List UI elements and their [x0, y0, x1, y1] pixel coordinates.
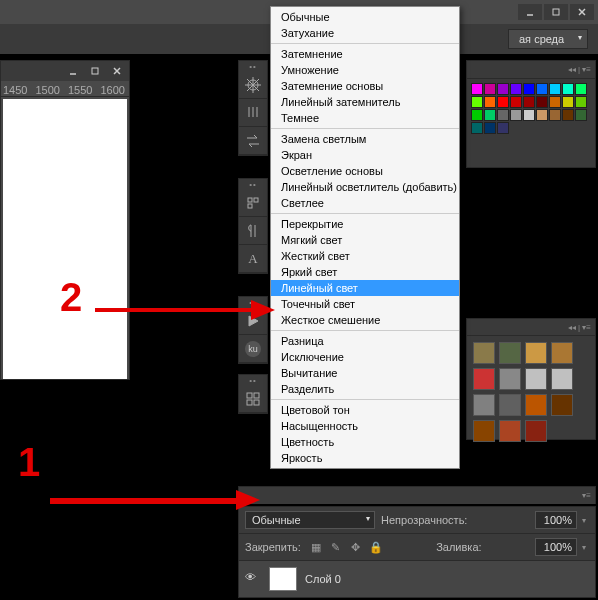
color-swatch[interactable] [484, 109, 496, 121]
close-button[interactable] [570, 4, 594, 20]
blend-mode-item[interactable]: Светлее [271, 195, 459, 211]
brushes-icon[interactable] [239, 99, 267, 127]
fill-input[interactable]: 100% [535, 538, 577, 556]
layer-thumbnail[interactable] [269, 567, 297, 591]
color-swatch[interactable] [471, 109, 483, 121]
style-swatch[interactable] [473, 342, 495, 364]
style-swatch[interactable] [499, 394, 521, 416]
blend-mode-item[interactable]: Линейный затемнитель [271, 94, 459, 110]
canvas[interactable] [3, 99, 127, 379]
blend-mode-item[interactable]: Исключение [271, 349, 459, 365]
chevron-down-icon[interactable]: ▾ [579, 543, 589, 552]
swap-icon[interactable] [239, 127, 267, 155]
color-swatch[interactable] [484, 83, 496, 95]
blend-mode-item[interactable]: Перекрытие [271, 216, 459, 232]
blend-mode-item[interactable]: Точечный свет [271, 296, 459, 312]
workspace-dropdown[interactable]: ая среда [508, 29, 588, 49]
visibility-eye-icon[interactable]: 👁 [245, 571, 261, 587]
blend-mode-item[interactable]: Мягкий свет [271, 232, 459, 248]
color-swatch[interactable] [510, 96, 522, 108]
style-swatch[interactable] [525, 420, 547, 442]
opacity-input[interactable]: 100% [535, 511, 577, 529]
color-swatch[interactable] [497, 96, 509, 108]
paragraph-icon[interactable] [239, 217, 267, 245]
doc-close-button[interactable] [107, 64, 127, 78]
color-swatch[interactable] [575, 83, 587, 95]
blend-mode-item[interactable]: Осветление основы [271, 163, 459, 179]
blend-mode-item[interactable]: Яркий свет [271, 264, 459, 280]
chevron-down-icon[interactable]: ▾ [579, 516, 589, 525]
blend-mode-item[interactable]: Затухание [271, 25, 459, 41]
color-swatch[interactable] [536, 109, 548, 121]
style-swatch[interactable] [551, 368, 573, 390]
blend-mode-select[interactable]: Обычные [245, 511, 375, 529]
color-swatch[interactable] [562, 83, 574, 95]
style-swatch[interactable] [525, 394, 547, 416]
color-swatch[interactable] [523, 96, 535, 108]
blend-mode-item[interactable]: Жесткий свет [271, 248, 459, 264]
swatches-tabheader[interactable]: ◂◂ | ▾≡ [466, 60, 596, 78]
color-swatch[interactable] [523, 109, 535, 121]
blend-mode-item[interactable]: Умножение [271, 62, 459, 78]
blend-mode-item[interactable]: Разделить [271, 381, 459, 397]
style-swatch[interactable] [473, 368, 495, 390]
blend-mode-item[interactable]: Яркость [271, 450, 459, 466]
style-swatch[interactable] [499, 368, 521, 390]
align-icon[interactable] [239, 189, 267, 217]
color-swatch[interactable] [497, 109, 509, 121]
color-swatch[interactable] [471, 96, 483, 108]
color-swatch[interactable] [549, 96, 561, 108]
color-swatch[interactable] [510, 83, 522, 95]
minimize-button[interactable] [518, 4, 542, 20]
color-swatch[interactable] [536, 83, 548, 95]
layer-name[interactable]: Слой 0 [305, 573, 341, 585]
doc-maximize-button[interactable] [85, 64, 105, 78]
blend-mode-item[interactable]: Темнее [271, 110, 459, 126]
dock-grip[interactable]: •• [239, 375, 267, 385]
blend-mode-item[interactable]: Разница [271, 333, 459, 349]
style-swatch[interactable] [525, 368, 547, 390]
kuler-icon[interactable]: ku [239, 335, 267, 363]
style-swatch[interactable] [473, 420, 495, 442]
layers-tabheader[interactable]: ▾≡ [238, 486, 596, 504]
color-swatch[interactable] [471, 83, 483, 95]
color-swatch[interactable] [484, 96, 496, 108]
blend-mode-item[interactable]: Экран [271, 147, 459, 163]
color-swatch[interactable] [575, 109, 587, 121]
style-swatch[interactable] [525, 342, 547, 364]
style-swatch[interactable] [499, 342, 521, 364]
lock-transparency-icon[interactable]: ▦ [309, 540, 323, 554]
color-swatch[interactable] [471, 122, 483, 134]
blend-mode-item[interactable]: Линейный свет [271, 280, 459, 296]
color-swatch[interactable] [549, 109, 561, 121]
maximize-button[interactable] [544, 4, 568, 20]
styles-tabheader[interactable]: ◂◂ | ▾≡ [466, 318, 596, 336]
blend-mode-item[interactable]: Затемнение [271, 46, 459, 62]
dock-grip[interactable]: •• [239, 61, 267, 71]
dock-grip[interactable]: •• [239, 179, 267, 189]
color-swatch[interactable] [484, 122, 496, 134]
color-swatch[interactable] [549, 83, 561, 95]
grid-icon[interactable] [239, 385, 267, 413]
color-swatch[interactable] [562, 96, 574, 108]
style-swatch[interactable] [551, 394, 573, 416]
color-swatch[interactable] [510, 109, 522, 121]
blend-mode-item[interactable]: Обычные [271, 9, 459, 25]
color-swatch[interactable] [536, 96, 548, 108]
style-swatch[interactable] [499, 420, 521, 442]
doc-minimize-button[interactable] [63, 64, 83, 78]
blend-mode-item[interactable]: Вычитание [271, 365, 459, 381]
character-icon[interactable]: A [239, 245, 267, 273]
blend-mode-item[interactable]: Линейный осветлитель (добавить) [271, 179, 459, 195]
blend-mode-item[interactable]: Насыщенность [271, 418, 459, 434]
color-swatch[interactable] [562, 109, 574, 121]
blend-mode-item[interactable]: Затемнение основы [271, 78, 459, 94]
layer-row[interactable]: 👁 Слой 0 [239, 560, 595, 597]
blend-mode-item[interactable]: Жесткое смешение [271, 312, 459, 328]
lock-all-icon[interactable]: 🔒 [369, 540, 383, 554]
blend-mode-item[interactable]: Цветовой тон [271, 402, 459, 418]
color-swatch[interactable] [497, 122, 509, 134]
lock-position-icon[interactable]: ✥ [349, 540, 363, 554]
style-swatch[interactable] [551, 342, 573, 364]
wheel-icon[interactable] [239, 71, 267, 99]
